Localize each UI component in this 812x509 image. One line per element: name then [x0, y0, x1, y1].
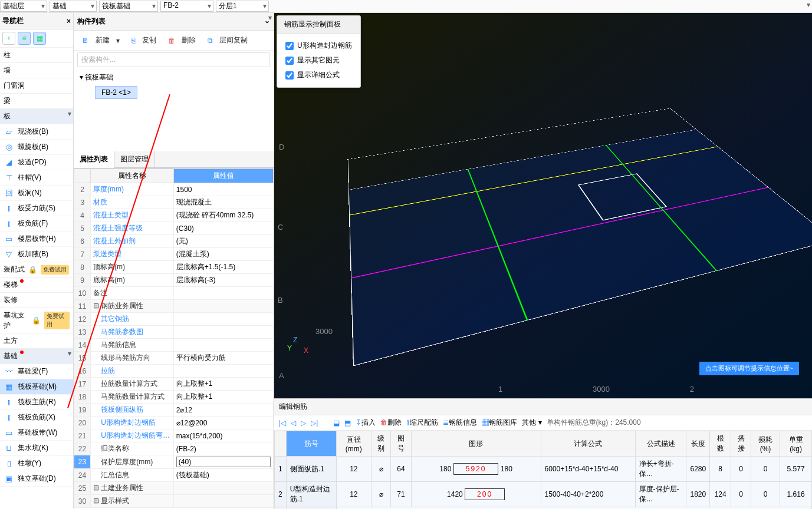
nav-cat-wall[interactable]: 墙 — [0, 63, 73, 78]
rebar-row-1[interactable]: 1侧面纵筋.112⌀64 180 5920 180 6000+15*d-40+1… — [275, 457, 812, 482]
property-table: 属性名称属性值 2厚度(mm)15003材质现浇混凝土4混凝土类型(现浇砼 碎石… — [74, 168, 274, 509]
nav-item-sump[interactable]: ⊔集水坑(K) — [0, 441, 73, 456]
prop-row[interactable]: 24 汇总信息(筏板基础) — [74, 469, 274, 482]
tree-leaf[interactable]: FB-2 <1> — [95, 86, 137, 99]
tab-properties[interactable]: 属性列表 — [74, 151, 114, 168]
nav-cat-pit[interactable]: 基坑支护🔒免费试用 — [0, 308, 73, 333]
rebar-icon: ⫿ — [4, 398, 14, 406]
nav-item-strip[interactable]: ▭楼层板带(H) — [0, 232, 73, 247]
prop-row[interactable]: 30⊟ 显示样式 — [74, 495, 274, 508]
nav-item-raft-neg[interactable]: ⫿筏板负筋(X) — [0, 410, 73, 425]
nav-item-fbeam[interactable]: 〰基础梁(F) — [0, 364, 73, 379]
prop-row[interactable]: 14 马凳筋信息 — [74, 339, 274, 352]
copy-icon: ⎘ — [129, 35, 138, 46]
nav-item-ramp[interactable]: ◢坡道(PD) — [0, 155, 73, 170]
sel-category[interactable]: 基础 — [50, 1, 97, 12]
rebar-row-2[interactable]: 2U型构造封边筋.112⌀71 1420 200 1500-40-40+2*20… — [275, 482, 812, 507]
nav-item-raft-main[interactable]: ⫿筏板主筋(R) — [0, 395, 73, 410]
nav-next-icon[interactable]: ▷ — [301, 419, 306, 427]
nav-tool-grid[interactable]: ▦ — [33, 32, 46, 45]
btn-scale[interactable]: ⫿缩尺配筋 — [406, 418, 438, 428]
nav-cat-slab[interactable]: 板 — [0, 109, 73, 124]
component-panel: 构件列表⌄ 🗎新建▾ ⎘复制 🗑删除 ⧉层间复制 搜索构件... ▾ 筏板基础 … — [74, 13, 274, 509]
chk-other-elem[interactable]: 显示其它图元 — [285, 53, 352, 68]
prop-row[interactable]: 21 U形构造封边钢筋弯…max(15*d,200) — [74, 429, 274, 442]
prop-row[interactable]: 8顶标高(m)层底标高+1.5(-1.5) — [74, 261, 274, 274]
prop-row[interactable]: 5混凝土强度等级(C30) — [74, 222, 274, 235]
top-toolbar: 基础层 基础 筏板基础 FB-2 分层1 — [0, 0, 812, 13]
btn-del[interactable]: 🗑删除 — [380, 418, 402, 428]
nav-tool-list[interactable]: ≡ — [18, 32, 31, 45]
btn-insert[interactable]: ↧插入 — [356, 418, 376, 428]
nav-tool-add[interactable]: + — [2, 32, 15, 45]
nav-item-cap[interactable]: ⊤柱帽(V) — [0, 170, 73, 186]
tree-root[interactable]: ▾ 筏板基础 — [80, 71, 268, 84]
collapse-icon[interactable]: × — [67, 17, 71, 25]
nav-item-rebar-f[interactable]: ⫿板负筋(F) — [0, 216, 73, 232]
prop-row[interactable]: 6混凝土外加剂(无) — [74, 235, 274, 248]
nav-cat-foundation[interactable]: 基础 — [0, 349, 73, 364]
prop-row[interactable]: 13 马凳筋参数图 — [74, 326, 274, 339]
chk-u-rebar[interactable]: U形构造封边钢筋 — [285, 38, 352, 53]
prop-row[interactable]: 11⊟ 钢筋业务属性 — [74, 300, 274, 313]
nav-item-slab-b[interactable]: ▱现浇板(B) — [0, 124, 73, 140]
btn-delete[interactable]: 🗑删除 — [163, 33, 200, 48]
prop-row[interactable]: 19 筏板侧面纵筋2⌀12 — [74, 404, 274, 417]
nav-item-raft[interactable]: ▦筏板基础(M) — [0, 379, 73, 395]
nav-cat-earth[interactable]: 土方 — [0, 333, 73, 349]
nav-item-spiral[interactable]: ◎螺旋板(B) — [0, 140, 73, 155]
nav-item-hole[interactable]: 回板洞(N) — [0, 186, 73, 201]
nav-cat-beam[interactable]: 梁 — [0, 94, 73, 109]
nav-cat-precast[interactable]: 装配式🔒免费试用 — [0, 262, 73, 277]
tool-a-icon[interactable]: ⬓ — [333, 419, 340, 427]
nav-cat-finish[interactable]: 装修 — [0, 293, 73, 308]
rebar-row-3[interactable]: 3 — [275, 507, 812, 510]
btn-lib[interactable]: ▦钢筋图库 — [482, 418, 517, 428]
prop-row[interactable]: 20 U形构造封边钢筋⌀12@200 — [74, 417, 274, 429]
prop-row[interactable]: 17 拉筋数量计算方式向上取整+1 — [74, 378, 274, 391]
prop-row[interactable]: 12 其它钢筋 — [74, 313, 274, 326]
sel-floor[interactable]: 基础层 — [0, 1, 47, 12]
btn-copy[interactable]: ⎘复制 — [127, 33, 161, 48]
prop-tabs: 属性列表 图层管理 — [74, 151, 274, 168]
nav-cat-opening[interactable]: 门窗洞 — [0, 78, 73, 94]
nav-item-fstrip[interactable]: ▭基础板带(W) — [0, 425, 73, 441]
prop-row[interactable]: 16 拉筋 — [74, 365, 274, 378]
btn-other[interactable]: 其他 ▾ — [522, 418, 541, 428]
foot-icon: ▣ — [4, 475, 14, 483]
btn-info[interactable]: ≣钢筋信息 — [443, 418, 477, 428]
sel-type[interactable]: 筏板基础 — [99, 1, 158, 12]
prop-row[interactable]: 25⊟ 土建业务属性 — [74, 482, 274, 495]
strip-icon: ▭ — [4, 429, 14, 437]
chk-formula[interactable]: 显示详细公式 — [285, 68, 352, 82]
slab-icon: ▱ — [4, 128, 14, 136]
btn-new[interactable]: 🗎新建▾ — [77, 33, 124, 48]
prop-row[interactable]: 23 保护层厚度(mm) — [74, 455, 274, 469]
prop-row[interactable]: 9底标高(m)层底标高(-3) — [74, 274, 274, 287]
prop-row[interactable]: 2厚度(mm)1500 — [74, 183, 274, 196]
sel-layer[interactable]: 分层1 — [216, 1, 269, 12]
prop-row[interactable]: 7泵送类型(混凝土泵) — [74, 248, 274, 261]
prop-row[interactable]: 22 归类名称(FB-2) — [74, 442, 274, 455]
prop-row[interactable]: 18 马凳筋数量计算方式向上取整+1 — [74, 391, 274, 404]
search-input[interactable]: 搜索构件... — [77, 52, 270, 67]
nav-cat-stair[interactable]: 楼梯 — [0, 277, 73, 293]
prop-row[interactable]: 15 线形马凳筋方向平行横向受力筋 — [74, 352, 274, 365]
nav-prev-icon[interactable]: ◁ — [291, 419, 296, 427]
nav-item-rebar-s[interactable]: ⫿板受力筋(S) — [0, 201, 73, 216]
nav-first-icon[interactable]: |◁ — [279, 419, 286, 427]
info-icon: ≣ — [443, 418, 449, 427]
nav-cat-column[interactable]: 柱 — [0, 48, 73, 63]
nav-item-pier[interactable]: ▯柱墩(Y) — [0, 456, 73, 471]
nav-last-icon[interactable]: ▷| — [311, 419, 318, 427]
nav-item-haunch[interactable]: ▽板加腋(B) — [0, 247, 73, 262]
btn-layer-copy[interactable]: ⧉层间复制 — [203, 33, 252, 48]
nav-item-isofoot[interactable]: ▣独立基础(D) — [0, 471, 73, 487]
prop-row[interactable]: 3材质现浇混凝土 — [74, 196, 274, 209]
viewport-3d[interactable]: 钢筋显示控制面板 U形构造封边钢筋 显示其它图元 显示详细公式 Z — [274, 13, 812, 402]
viewport-column: 钢筋显示控制面板 U形构造封边钢筋 显示其它图元 显示详细公式 Z — [274, 13, 812, 509]
tool-b-icon[interactable]: ⬒ — [344, 419, 351, 427]
rebar-table: 筋号 直径(mm)级别 图号图形 计算公式公式描述 长度根数 搭接损耗(%) 单… — [274, 431, 812, 509]
prop-row[interactable]: 4混凝土类型(现浇砼 碎石40mm 32.5) — [74, 209, 274, 222]
sel-element[interactable]: FB-2 — [160, 1, 213, 12]
